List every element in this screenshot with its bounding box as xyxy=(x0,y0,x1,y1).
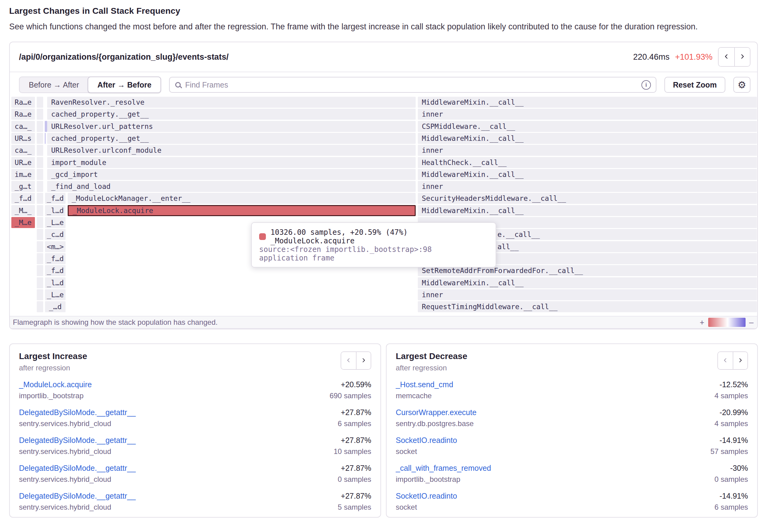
flame-frame-col2[interactable]: <m…> xyxy=(45,241,66,252)
flame-frame-col1[interactable]: UR…e xyxy=(11,157,35,168)
flame-frame-col1[interactable]: ca…_ xyxy=(11,121,35,132)
flame-frame-spacer[interactable] xyxy=(37,133,43,144)
flame-frame-main[interactable]: RavenResolver._resolve xyxy=(47,97,416,108)
item-right: +27.87% 0 samples xyxy=(338,464,371,484)
function-link[interactable]: SocketIO.readinto xyxy=(396,436,457,444)
flame-frame-col2[interactable]: _l…d xyxy=(45,205,66,216)
flame-frame-right[interactable]: inner xyxy=(418,109,757,120)
item-left: _ModuleLock.acquire importlib._bootstrap xyxy=(19,380,329,400)
next-button[interactable] xyxy=(356,352,370,369)
function-link[interactable]: SocketIO.readinto xyxy=(396,492,457,500)
toggle-after-before[interactable]: After → Before xyxy=(88,77,161,93)
flame-frame-spacer[interactable] xyxy=(37,169,43,180)
flame-frame-right[interactable]: inner xyxy=(418,145,757,156)
flame-frame-col1[interactable]: Ra…e xyxy=(11,97,35,108)
flame-frame-col2[interactable]: _c…d xyxy=(45,229,66,240)
flame-frame-col1[interactable]: UR…s xyxy=(11,133,35,144)
flame-frame-main[interactable]: _find_and_load xyxy=(47,181,416,192)
function-module: importlib._bootstrap xyxy=(19,392,329,400)
info-icon[interactable] xyxy=(641,80,651,90)
flame-frame-spacer[interactable] xyxy=(37,121,43,132)
function-link[interactable]: _Host.send_cmd xyxy=(396,380,453,389)
prev-button[interactable] xyxy=(718,352,733,369)
flame-frame-spacer[interactable] xyxy=(37,193,43,204)
flame-frame-spacer[interactable] xyxy=(37,109,43,120)
flame-frame-right[interactable]: HealthCheck.__call__ xyxy=(418,157,757,168)
flame-frame-spacer[interactable] xyxy=(37,241,43,252)
function-change-item: DelegatedBySiloMode.__getattr__ sentry.s… xyxy=(19,436,371,456)
flame-frame-col2[interactable]: _f…d xyxy=(45,265,66,276)
item-left: DelegatedBySiloMode.__getattr__ sentry.s… xyxy=(19,492,338,511)
flame-frame-col2[interactable]: _f…d xyxy=(45,253,66,264)
flame-frame-main[interactable]: import_module xyxy=(47,157,416,168)
flame-frame-right[interactable]: MiddlewareMixin.__call__ xyxy=(418,277,757,288)
flame-frame-spacer[interactable] xyxy=(37,217,43,228)
flame-frame-col2[interactable]: _L…e xyxy=(45,217,66,228)
flame-frame-main[interactable]: _gcd_import xyxy=(47,169,416,180)
next-button[interactable] xyxy=(733,352,747,369)
function-link[interactable]: DelegatedBySiloMode.__getattr__ xyxy=(19,464,136,472)
flame-frame-col2[interactable]: _f…d xyxy=(45,193,66,204)
change-percent: +20.59% xyxy=(329,380,371,389)
flame-frame-right[interactable]: inner xyxy=(418,289,757,300)
flame-frame-main[interactable]: URLResolver.url_patterns xyxy=(47,121,416,132)
flame-frame-main[interactable]: _ModuleLock.acquire xyxy=(68,205,416,216)
flame-frame-right[interactable]: CSPMiddleware.__call__ xyxy=(418,121,757,132)
flame-frame-col1[interactable]: im…e xyxy=(11,169,35,180)
frame-color-swatch-icon xyxy=(259,233,266,240)
flame-frame-spacer[interactable] xyxy=(37,145,43,156)
flame-frame-col1[interactable]: Ra…e xyxy=(11,109,35,120)
flame-frame-right[interactable]: SecurityHeadersMiddleware.__call__ xyxy=(418,193,757,204)
flame-frame-sliver[interactable] xyxy=(45,121,47,132)
flame-frame-spacer[interactable] xyxy=(37,265,43,276)
function-link[interactable]: _ModuleLock.acquire xyxy=(19,380,92,389)
flame-frame-col1[interactable]: _M…e xyxy=(11,217,35,228)
flame-frame-main[interactable]: cached_property.__get__ xyxy=(47,109,416,120)
function-link[interactable]: DelegatedBySiloMode.__getattr__ xyxy=(19,408,136,417)
search-input[interactable] xyxy=(185,81,637,89)
function-link[interactable]: DelegatedBySiloMode.__getattr__ xyxy=(19,492,136,500)
flame-frame-spacer[interactable] xyxy=(37,157,43,168)
function-link[interactable]: _call_with_frames_removed xyxy=(396,464,491,472)
next-button[interactable] xyxy=(734,48,750,66)
frame-label: MiddlewareMixin.__call__ xyxy=(418,98,528,106)
frame-label: MiddlewareMixin.__call__ xyxy=(418,134,528,142)
flame-frame-right[interactable]: MiddlewareMixin.__call__ xyxy=(418,97,757,108)
flame-frame-main[interactable]: URLResolver.urlconf_module xyxy=(47,145,416,156)
chevron-left-icon xyxy=(723,358,728,364)
flame-frame-right[interactable]: MiddlewareMixin.__call__ xyxy=(418,205,757,216)
flame-frame-col1[interactable]: _M…_ xyxy=(11,205,35,216)
flame-frame-right[interactable]: inner xyxy=(418,181,757,192)
flame-frame-spacer[interactable] xyxy=(37,229,43,240)
flame-frame-spacer[interactable] xyxy=(37,277,43,288)
function-link[interactable]: CursorWrapper.execute xyxy=(396,408,477,417)
flame-frame-col1[interactable]: _f…d xyxy=(11,193,35,204)
flame-frame-spacer[interactable] xyxy=(37,253,43,264)
reset-zoom-button[interactable]: Reset Zoom xyxy=(664,77,725,93)
flame-frame-col1[interactable]: ca…_ xyxy=(11,145,35,156)
flame-frame-spacer[interactable] xyxy=(37,289,43,300)
flame-frame-spacer[interactable] xyxy=(37,301,43,312)
prev-button[interactable] xyxy=(341,352,356,369)
flame-frame-col1[interactable]: _g…t xyxy=(11,181,35,192)
chevron-left-icon xyxy=(346,358,351,364)
flame-frame-col2[interactable]: _l…d xyxy=(45,277,66,288)
function-link[interactable]: DelegatedBySiloMode.__getattr__ xyxy=(19,436,136,444)
find-frames-searchbar[interactable] xyxy=(169,77,656,93)
flame-frame-sliver[interactable] xyxy=(45,133,46,144)
tooltip-frame-type: application frame xyxy=(259,254,488,262)
flame-frame-main[interactable]: cached_property.__get__ xyxy=(47,133,416,144)
flame-frame-spacer[interactable] xyxy=(37,97,43,108)
toggle-before-after[interactable]: Before → After xyxy=(20,77,88,92)
flame-frame-spacer[interactable] xyxy=(37,181,43,192)
flame-frame-main[interactable]: _ModuleLockManager.__enter__ xyxy=(68,193,416,204)
flame-frame-right[interactable]: RequestTimingMiddleware.__call__ xyxy=(418,301,757,312)
flame-frame-right[interactable]: MiddlewareMixin.__call__ xyxy=(418,169,757,180)
settings-button[interactable]: ⚙ xyxy=(733,77,750,93)
flame-frame-right[interactable]: MiddlewareMixin.__call__ xyxy=(418,133,757,144)
flame-frame-col2[interactable]: _…d xyxy=(45,301,66,312)
prev-button[interactable] xyxy=(719,48,734,66)
flame-frame-spacer[interactable] xyxy=(37,205,43,216)
flame-frame-col2[interactable]: _L…e xyxy=(45,289,66,300)
item-right: -12.52% 4 samples xyxy=(715,380,748,400)
